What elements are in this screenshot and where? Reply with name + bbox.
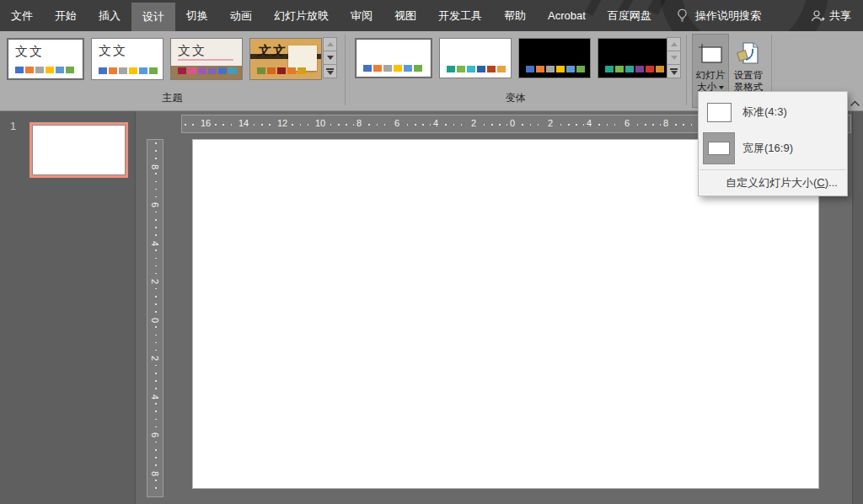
gallery-scroll-down-icon[interactable] <box>323 51 337 65</box>
format-background-label-line1: 设置背 <box>734 69 764 81</box>
variant-color-swatches <box>447 66 506 72</box>
color-swatch <box>119 67 127 74</box>
ruler-number: 16 <box>198 118 213 128</box>
tab-animations[interactable]: 动画 <box>219 0 263 31</box>
theme-color-swatches <box>99 67 158 74</box>
theme-thumbnail[interactable]: 文文 <box>249 38 322 80</box>
color-swatch <box>556 66 565 72</box>
theme-color-swatches <box>178 67 237 74</box>
color-swatch <box>373 65 382 72</box>
color-swatch <box>646 66 654 72</box>
share-button[interactable]: 共享 <box>810 8 851 24</box>
ruler-number: 8 <box>150 163 160 171</box>
color-swatch <box>109 67 117 74</box>
gallery-more-icon[interactable] <box>323 64 337 78</box>
tab-view[interactable]: 视图 <box>383 0 427 31</box>
color-swatch <box>149 67 158 74</box>
variant-thumbnail[interactable] <box>439 38 512 78</box>
collapse-ribbon-icon[interactable] <box>850 95 860 110</box>
gallery-scroll-down-icon[interactable] <box>667 51 681 65</box>
slide-thumbnail-selected[interactable] <box>29 122 128 178</box>
color-swatch <box>536 66 544 72</box>
color-swatch <box>287 67 296 74</box>
ruler-number: 8 <box>354 118 364 128</box>
tab-acrobat[interactable]: Acrobat <box>537 0 597 31</box>
ruler-number: 4 <box>150 239 160 248</box>
theme-color-swatches <box>257 67 306 74</box>
vertical-ruler: 864202468 <box>147 139 163 497</box>
color-swatch <box>218 67 227 74</box>
variant-thumbnail[interactable] <box>355 38 432 78</box>
ruler-number: 0 <box>507 118 517 128</box>
menu-item-label: 标准(4:3) <box>742 105 787 120</box>
ruler-number: 4 <box>150 393 160 401</box>
tab-insert[interactable]: 插入 <box>88 0 131 31</box>
ratio-16-9-icon <box>703 132 735 164</box>
tab-review[interactable]: 审阅 <box>340 0 383 31</box>
color-swatch <box>228 67 237 74</box>
tab-baidu-netdisk[interactable]: 百度网盘 <box>597 0 662 31</box>
gallery-scroll-up-icon[interactable] <box>323 37 337 51</box>
custom-label-suffix: )... <box>825 176 838 189</box>
tab-developer[interactable]: 开发工具 <box>427 0 493 31</box>
ruler-number: 10 <box>313 118 328 128</box>
variants-group-label: 变体 <box>345 91 686 105</box>
person-plus-icon <box>810 9 825 23</box>
color-swatch <box>56 67 64 73</box>
theme-thumbnail[interactable]: 文文 <box>170 38 243 80</box>
format-background-icon <box>737 39 760 69</box>
theme-accent-line <box>178 59 233 61</box>
color-swatch <box>615 66 624 72</box>
slide-size-icon <box>697 39 724 69</box>
color-swatch <box>487 66 496 72</box>
theme-sample-text: 文文 <box>99 43 127 59</box>
gallery-scroll-up-icon[interactable] <box>667 37 681 51</box>
color-swatch <box>526 66 534 72</box>
color-swatch <box>99 67 107 74</box>
color-swatch <box>15 67 24 73</box>
slide-thumbnail-content <box>32 125 126 175</box>
tab-home[interactable]: 开始 <box>44 0 88 31</box>
ruler-number: 12 <box>275 118 290 128</box>
custom-label-prefix: 自定义幻灯片大小( <box>726 175 817 190</box>
tab-design[interactable]: 设计 <box>131 3 175 31</box>
menu-item-standard-43[interactable]: 标准(4:3) <box>699 95 847 129</box>
tab-transitions[interactable]: 切换 <box>175 0 219 31</box>
color-swatch <box>404 65 412 72</box>
themes-gallery: 文文 文文 文文 文文 <box>7 38 322 80</box>
ruler-number: 4 <box>431 118 441 128</box>
tab-file[interactable]: 文件 <box>0 0 44 31</box>
variants-gallery-scroll <box>667 38 681 78</box>
menu-item-custom-slide-size[interactable]: 自定义幻灯片大小(C)... <box>699 172 847 193</box>
color-swatch <box>394 65 402 72</box>
variant-thumbnail[interactable] <box>598 38 670 78</box>
ratio-4-3-icon <box>703 96 735 128</box>
ruler-number: 0 <box>150 316 160 324</box>
color-swatch <box>198 67 206 74</box>
color-swatch <box>25 67 34 73</box>
color-swatch <box>363 65 372 72</box>
theme-thumbnail-office[interactable]: 文文 <box>7 38 84 80</box>
ruler-number: 2 <box>545 118 555 128</box>
color-swatch <box>46 67 54 73</box>
variants-gallery <box>355 38 670 78</box>
variant-thumbnail[interactable] <box>518 38 591 78</box>
color-swatch <box>267 67 276 74</box>
menu-item-widescreen-169[interactable]: 宽屏(16:9) <box>699 129 847 168</box>
tell-me-search[interactable]: 操作说明搜索 <box>676 8 761 24</box>
ruler-number: 2 <box>150 277 160 286</box>
vertical-scrollbar[interactable] <box>852 110 863 504</box>
tab-help[interactable]: 帮助 <box>493 0 537 31</box>
color-swatch <box>477 66 485 72</box>
color-swatch <box>497 66 506 72</box>
theme-thumbnail[interactable]: 文文 <box>91 38 163 80</box>
color-swatch <box>467 66 475 72</box>
theme-sample-text: 文文 <box>257 43 286 59</box>
color-swatch <box>297 67 306 74</box>
menu-separator <box>700 169 846 170</box>
color-swatch <box>566 66 575 72</box>
gallery-more-icon[interactable] <box>667 64 681 78</box>
lightbulb-icon <box>676 8 689 23</box>
tab-slideshow[interactable]: 幻灯片放映 <box>263 0 340 31</box>
color-swatch <box>178 67 186 74</box>
